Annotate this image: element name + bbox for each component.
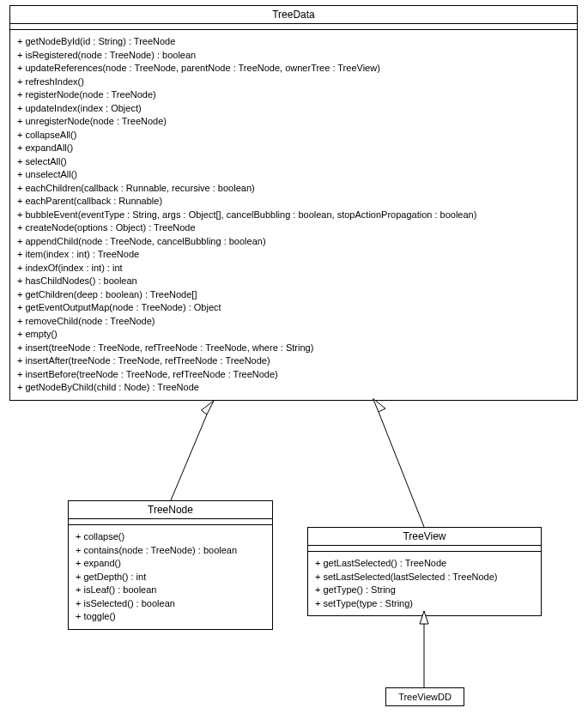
operation: + getNodeById(id : String) : TreeNode: [17, 35, 570, 49]
operation: + selectAll(): [17, 155, 570, 169]
class-title: TreeView: [308, 528, 541, 546]
operation: + getEventOutputMap(node : TreeNode) : O…: [17, 301, 570, 315]
operation: + collapse(): [76, 530, 265, 544]
operation: + setLastSelected(lastSelected : TreeNod…: [315, 571, 534, 584]
svg-marker-1: [373, 399, 386, 413]
class-title: TreeData: [10, 6, 577, 24]
operation: + refreshIndex(): [17, 76, 570, 89]
operation: + getNodeByChild(child : Node) : TreeNod…: [17, 381, 570, 395]
operation: + updateReferences(node : TreeNode, pare…: [17, 62, 570, 76]
operation: + insert(treeNode : TreeNode, refTreeNod…: [17, 342, 570, 355]
operation: + getType() : String: [315, 584, 534, 597]
operation: + empty(): [17, 328, 570, 342]
operation: + indexOf(index : int) : int: [17, 262, 570, 275]
operation: + isRegistered(node : TreeNode) : boolea…: [17, 49, 570, 63]
operation: + item(index : int) : TreeNode: [17, 248, 570, 262]
operation: + isLeaf() : boolean: [76, 584, 265, 597]
operation: + toggle(): [76, 610, 265, 624]
operation: + isSelected() : boolean: [76, 597, 265, 611]
operation: + insertBefore(treeNode : TreeNode, refT…: [17, 368, 570, 382]
operation: + expandAll(): [17, 142, 570, 155]
operation: + getDepth() : int: [76, 571, 265, 584]
operation: + unregisterNode(node : TreeNode): [17, 115, 570, 129]
class-ops: + collapse()+ contains(node : TreeNode) …: [69, 525, 272, 629]
class-attrs: [308, 546, 541, 552]
class-treedata: TreeData + getNodeById(id : String) : Tr…: [9, 5, 578, 401]
operation: + expand(): [76, 557, 265, 571]
class-treeview: TreeView + getLastSelected() : TreeNode+…: [307, 527, 542, 616]
operation: + unselectAll(): [17, 168, 570, 182]
class-ops: + getNodeById(id : String) : TreeNode+ i…: [10, 30, 577, 400]
operation: + getChildren(deep : boolean) : TreeNode…: [17, 288, 570, 302]
svg-marker-0: [202, 401, 215, 414]
operation: + updateIndex(index : Object): [17, 102, 570, 116]
class-title: TreeViewDD: [398, 692, 452, 702]
operation: + eachChildren(callback : Runnable, recu…: [17, 182, 570, 196]
class-treenode: TreeNode + collapse()+ contains(node : T…: [68, 500, 273, 630]
operation: + appendChild(node : TreeNode, cancelBub…: [17, 235, 570, 249]
class-ops: + getLastSelected() : TreeNode+ setLastS…: [308, 552, 541, 615]
class-attrs: [10, 24, 577, 30]
operation: + collapseAll(): [17, 129, 570, 142]
operation: + contains(node : TreeNode) : boolean: [76, 544, 265, 558]
operation: + getLastSelected() : TreeNode: [315, 557, 534, 571]
operation: + insertAfter(treeNode : TreeNode, refTr…: [17, 354, 570, 368]
class-title: TreeNode: [69, 501, 272, 519]
operation: + createNode(options : Object) : TreeNod…: [17, 221, 570, 235]
operation: + bubbleEvent(eventType : String, args :…: [17, 209, 570, 222]
operation: + hasChildNodes() : boolean: [17, 275, 570, 288]
class-attrs: [69, 519, 272, 525]
class-treeviewdd: TreeViewDD: [385, 687, 464, 706]
operation: + registerNode(node : TreeNode): [17, 88, 570, 102]
operation: + removeChild(node : TreeNode): [17, 315, 570, 329]
operation: + eachParent(callback : Runnable): [17, 195, 570, 209]
operation: + setType(type : String): [315, 597, 534, 611]
